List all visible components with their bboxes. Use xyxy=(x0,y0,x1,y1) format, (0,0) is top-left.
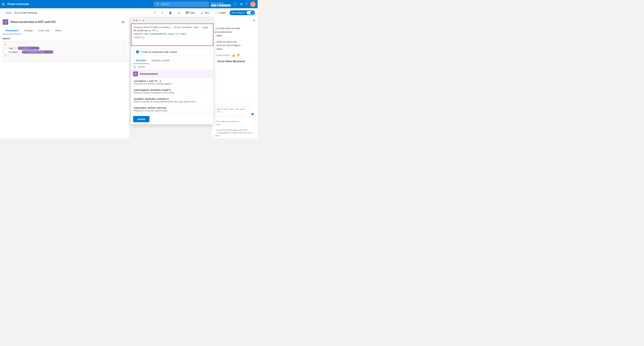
new-designer-toggle[interactable]: New designer xyxy=(230,10,255,15)
send-button[interactable]: ▶ xyxy=(251,111,255,116)
save-icon: 💾 xyxy=(186,11,188,14)
expression-editor-panel: ℹ ⧉ ⤢ ✕ concat(convertFromUtc(utcNow(), … xyxy=(131,17,214,124)
user-icon: 👤 xyxy=(169,11,172,14)
expr-header-icons: ℹ ⧉ ⤢ ✕ xyxy=(133,19,145,22)
tab-about[interactable]: About xyxy=(52,27,64,34)
copilot-btn-label: Create an expression with Copilot xyxy=(141,50,177,53)
inputs-section: Inputs * { "now": fx concat(...) × , " xyxy=(0,34,129,64)
main-layout: ⚡ Show current time in KST and UTC ⋯ ≫ P… xyxy=(0,17,258,138)
copilot-icon: ✨ xyxy=(214,11,218,14)
fn-substring-desc: Returns a subset of characters from a st… xyxy=(134,92,210,94)
left-panel: ⚡ Show current time in KST and UTC ⋯ ≫ P… xyxy=(0,17,129,138)
fork-icon-btn[interactable]: 🔱 xyxy=(175,10,182,15)
copy-button[interactable]: ⧉ xyxy=(136,19,138,22)
test-button[interactable]: 🧪 Test xyxy=(198,10,211,15)
copilot-input-textarea[interactable] xyxy=(215,106,250,116)
function-search[interactable]: 🔍 xyxy=(131,64,213,70)
toolbar: ← Back Run at 5am everyday ↩ ↪ 👤 🔱 💾 Sav… xyxy=(0,8,258,17)
copilot-input-area: ▶ xyxy=(212,104,258,118)
nav-right: Environments ████ █ █████████ 🌐 ⚙ ? xyxy=(211,2,256,7)
brand-label: Power Automate xyxy=(8,2,29,6)
fn-concat-name: concat(text_1, text_2?, ...) xyxy=(134,80,210,82)
token-formatdatetime-close[interactable]: × xyxy=(51,51,52,53)
more-options-button[interactable]: ⋯ xyxy=(116,19,119,25)
fn-slice-name: slice(text, startIndex, endIndex?) xyxy=(134,98,210,100)
help-icon[interactable]: ? xyxy=(246,2,247,6)
expr-header: ℹ ⧉ ⤢ ✕ xyxy=(131,18,213,24)
search-input[interactable] xyxy=(161,3,206,6)
environments-section: Environments ████ █ █████████ xyxy=(211,2,231,6)
toggle-switch[interactable] xyxy=(246,11,254,14)
copilot-orb-icon xyxy=(136,50,140,54)
fork-icon: 🔱 xyxy=(177,11,180,14)
code-box[interactable]: { "now": fx concat(...) × , "utcNow": fx xyxy=(3,41,126,62)
search-bar[interactable]: 🔍 xyxy=(154,2,209,7)
search-icon: 🔍 xyxy=(156,2,160,6)
fn-item-replace[interactable]: replace(text, oldText, newText) Replaces… xyxy=(131,105,213,114)
avatar[interactable] xyxy=(250,2,256,7)
copilot-content: ...ion that sends an emailat an action d… xyxy=(212,24,258,104)
action-title: Show current time in KST and UTC xyxy=(10,20,114,24)
disclaimer: ...ted content is accurate and...sing...… xyxy=(212,118,258,138)
required-marker: * xyxy=(10,37,11,40)
tab-function[interactable]: Function xyxy=(133,57,149,64)
fx-category-icon: fx xyxy=(133,72,138,76)
info-button[interactable]: ℹ xyxy=(133,19,134,22)
copilot-incorrect: ...ay be incorrect 👍 👎 xyxy=(215,54,255,57)
undo-button[interactable]: ↩ xyxy=(152,10,158,15)
user-icon-btn[interactable]: 👤 xyxy=(167,10,174,15)
action-icon: ⚡ xyxy=(3,19,8,25)
globe-icon[interactable]: 🌐 xyxy=(234,2,237,6)
top-nav: ⊞ Power Automate 🔍 Environments ████ █ █… xyxy=(0,0,258,8)
save-button[interactable]: 💾 Save xyxy=(184,10,197,15)
back-button[interactable]: ← Back xyxy=(3,11,12,14)
action-header: ⚡ Show current time in KST and UTC ⋯ ≫ xyxy=(0,17,129,27)
tab-parameters[interactable]: Parameters xyxy=(3,27,21,34)
redo-button[interactable]: ↪ xyxy=(159,10,165,15)
fn-search-icon: 🔍 xyxy=(133,66,136,68)
string-functions-category[interactable]: fx String functions xyxy=(131,70,213,78)
env-name: ████ █ █████████ xyxy=(211,4,231,6)
grid-icon[interactable]: ⊞ xyxy=(2,2,5,6)
right-panel-close-button[interactable]: ✕ xyxy=(253,18,256,22)
fn-item-substring[interactable]: substring(text, startIndex, length?) Ret… xyxy=(131,87,213,96)
expand-button[interactable]: ⤢ xyxy=(139,19,141,22)
tab-codeview[interactable]: Code view xyxy=(36,27,52,34)
action-header-buttons: ⋯ ≫ xyxy=(116,19,126,25)
tab-dynamic-content[interactable]: Dynamic content xyxy=(149,57,172,64)
thumbs-down-button[interactable]: 👎 xyxy=(236,54,240,57)
expr-close-button[interactable]: ✕ xyxy=(142,19,145,22)
token-formatdatetime[interactable]: fx formatDateTime(...) × xyxy=(22,50,54,54)
update-button[interactable]: Update xyxy=(133,116,150,122)
right-panel: ✕ ...ion that sends an emailat an action… xyxy=(212,17,258,138)
function-tabs: Function Dynamic content xyxy=(131,57,213,64)
flow-name: Run at 5am everyday xyxy=(14,11,37,14)
toolbar-actions: ↩ ↪ 👤 🔱 💾 Save 🧪 Test ✨ Copilot New desi… xyxy=(152,10,255,15)
action-tabs: Parameters Settings Code view About xyxy=(0,27,129,34)
fn-concat-desc: Combines any number of strings together xyxy=(134,83,210,85)
toggle-thumb xyxy=(250,11,253,14)
copilot-button[interactable]: ✨ Copilot xyxy=(212,10,228,15)
code-line-utcnow: "utcNow": fx formatDateTime(...) × xyxy=(5,50,124,54)
fn-substring-name: substring(text, startIndex, length?) xyxy=(134,89,210,91)
test-icon: 🧪 xyxy=(200,11,204,14)
tab-settings[interactable]: Settings xyxy=(21,27,36,34)
settings-icon[interactable]: ⚙ xyxy=(240,2,243,6)
create-expression-copilot-button[interactable]: Create an expression with Copilot xyxy=(133,49,211,55)
fn-item-slice[interactable]: slice(text, startIndex, endIndex?) Retur… xyxy=(131,96,213,105)
token-concat[interactable]: fx concat(...) × xyxy=(18,47,40,50)
collapse-button[interactable]: ≫ xyxy=(120,19,126,25)
fn-search-input[interactable] xyxy=(138,66,211,68)
fn-replace-name: replace(text, oldText, newText) xyxy=(134,106,210,109)
undo-icon: ↩ xyxy=(154,11,156,14)
token-concat-close[interactable]: × xyxy=(37,47,38,50)
expression-textarea[interactable]: concat(convertFromUtc(utcNow(), 'Korea S… xyxy=(131,24,213,46)
more-link[interactable]: more xyxy=(215,134,219,137)
thumbs-up-button[interactable]: 👍 xyxy=(232,54,235,57)
update-section: Update xyxy=(131,114,213,124)
environments-label: Environments xyxy=(211,2,231,4)
excel-title: Excel Online (Business) xyxy=(218,60,252,63)
copilot-msg-1: ...ion that sends an emailat an action d… xyxy=(215,27,255,37)
fn-item-concat[interactable]: concat(text_1, text_2?, ...) Combines an… xyxy=(131,78,213,87)
code-line-open: { xyxy=(5,44,124,46)
